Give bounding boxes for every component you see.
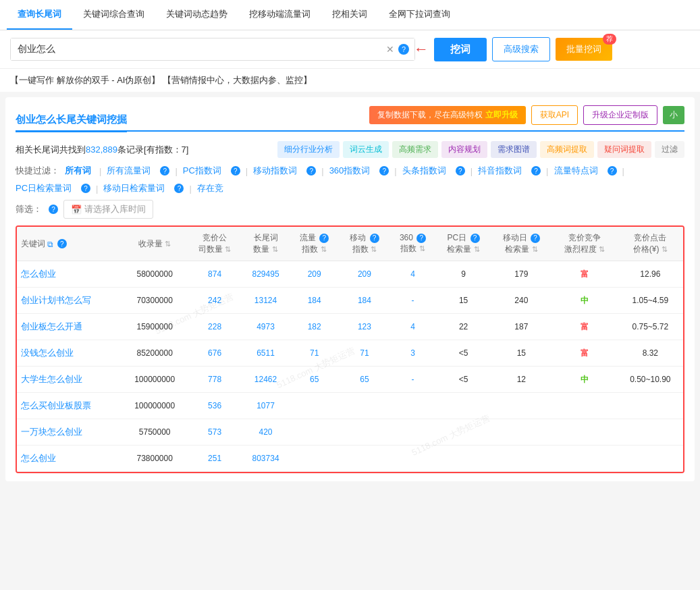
flow-link[interactable]: 71 — [310, 348, 319, 358]
flow-sort-icon[interactable]: ⇅ — [321, 245, 327, 253]
word-cloud-btn[interactable]: 词云生成 — [343, 141, 389, 158]
price-sort-icon[interactable]: ⇅ — [662, 245, 668, 253]
bid-sort-icon[interactable]: ⇅ — [225, 245, 231, 253]
mobile-link[interactable]: 65 — [360, 375, 369, 384]
filter-traffic-special[interactable]: 流量特点词 — [554, 165, 598, 177]
mobiledaily-help-icon[interactable]: ? — [531, 234, 540, 243]
flow-link[interactable]: 209 — [308, 269, 321, 279]
longtail-count-link[interactable]: 829495 — [252, 269, 279, 279]
keyword-link[interactable]: 一万块怎么创业 — [21, 427, 82, 437]
s360-link[interactable]: 4 — [410, 322, 415, 331]
tab-pulldown-query[interactable]: 全网下拉词查询 — [378, 0, 461, 30]
keyword-link[interactable]: 怎么创业 — [21, 269, 56, 279]
filter-all-traffic[interactable]: 所有流量词 — [107, 165, 151, 177]
promo-link-2[interactable]: 【营销情报中心，大数据内参、监控】 — [163, 75, 312, 85]
tab-mobile-traffic[interactable]: 挖移动端流量词 — [238, 0, 321, 30]
bid-count-link[interactable]: 228 — [208, 322, 221, 331]
filter-traffic-help[interactable]: ? — [160, 166, 169, 176]
filter-mobile-help[interactable]: ? — [306, 166, 316, 176]
keyword-link[interactable]: 大学生怎么创业 — [21, 374, 82, 384]
mobiledaily-sort-icon[interactable]: ⇅ — [532, 245, 538, 253]
keyword-link[interactable]: 创业板怎么开通 — [21, 321, 82, 331]
flow-link[interactable]: 65 — [310, 375, 319, 384]
longtail-sort-icon[interactable]: ⇅ — [272, 245, 278, 253]
copy-data-button[interactable]: 复制数据下载，尽在高级特权 立即升级 — [369, 106, 525, 124]
content-plan-btn[interactable]: 内容规划 — [441, 141, 487, 158]
batch-dig-button[interactable]: 批量挖词 荐 — [556, 38, 612, 61]
demand-map-btn[interactable]: 需求图谱 — [491, 141, 537, 158]
flow-help-icon[interactable]: ? — [319, 234, 329, 243]
filter-360-help[interactable]: ? — [379, 166, 389, 176]
bid-count-link[interactable]: 536 — [208, 401, 221, 410]
longtail-count-link[interactable]: 420 — [259, 427, 273, 437]
promo-link-1[interactable]: 【一键写作 解放你的双手 - AI伪原创】 — [10, 75, 160, 85]
longtail-count-link[interactable]: 4973 — [257, 322, 275, 331]
s360-link[interactable]: 4 — [410, 269, 415, 279]
mobile-sort-icon[interactable]: ⇅ — [371, 245, 377, 253]
tab-keyword-trend[interactable]: 关键词动态趋势 — [155, 0, 238, 30]
question-extract-btn[interactable]: 疑问词提取 — [597, 141, 651, 158]
s360-link[interactable]: - — [412, 375, 414, 384]
filter-mobile-daily[interactable]: 移动日检索量词 — [103, 182, 165, 194]
bid-count-link[interactable]: 242 — [208, 296, 221, 305]
pcdaily-help-icon[interactable]: ? — [470, 234, 480, 243]
search-help-icon[interactable]: ? — [398, 44, 409, 55]
filter-pc-index[interactable]: PC指数词 — [183, 165, 221, 177]
screen-help-icon[interactable]: ? — [49, 205, 58, 214]
filter-competition[interactable]: 存在竞 — [197, 182, 223, 194]
high-freq-demand-btn[interactable]: 高频需求 — [392, 141, 438, 158]
filter-douyin-index[interactable]: 抖音指数词 — [478, 165, 522, 177]
enterprise-button[interactable]: 升级企业定制版 — [583, 105, 657, 125]
mobile-link[interactable]: 184 — [358, 296, 371, 305]
filter-pc-daily-help[interactable]: ? — [81, 184, 90, 193]
longtail-count-link[interactable]: 13124 — [254, 296, 277, 305]
tab-query-longtail[interactable]: 查询长尾词 — [7, 0, 72, 30]
mobile-link[interactable]: 71 — [360, 348, 369, 358]
tab-related-words[interactable]: 挖相关词 — [321, 0, 378, 30]
s360-link[interactable]: 3 — [410, 348, 415, 358]
get-api-button[interactable]: 获取API — [531, 105, 578, 125]
flow-link[interactable]: 182 — [308, 322, 321, 331]
bid-count-link[interactable]: 778 — [208, 375, 221, 384]
s360-sort-icon[interactable]: ⇅ — [419, 244, 425, 252]
bid-count-link[interactable]: 251 — [208, 454, 221, 463]
bid-count-link[interactable]: 874 — [208, 269, 221, 279]
keyword-link[interactable]: 创业计划书怎么写 — [21, 295, 91, 305]
clear-icon[interactable]: ✕ — [386, 44, 394, 55]
filter-pc-help[interactable]: ? — [231, 166, 240, 176]
pcdaily-sort-icon[interactable]: ⇅ — [474, 245, 480, 253]
filter-360-index[interactable]: 360指数词 — [329, 165, 371, 177]
bid-count-link[interactable]: 676 — [208, 348, 221, 358]
filter-douyin-help[interactable]: ? — [531, 166, 541, 176]
longtail-count-link[interactable]: 803734 — [252, 454, 279, 463]
filter-btn[interactable]: 过滤 — [655, 141, 684, 158]
bid-count-link[interactable]: 573 — [208, 427, 221, 437]
keyword-link[interactable]: 没钱怎么创业 — [21, 348, 74, 358]
s360-link[interactable]: - — [412, 296, 414, 305]
filter-all[interactable]: 所有词 — [65, 165, 91, 177]
competition-sort-icon[interactable]: ⇅ — [599, 245, 605, 253]
filter-mobile-daily-help[interactable]: ? — [174, 184, 184, 193]
copy-icon[interactable]: ⧉ — [47, 239, 53, 248]
flow-link[interactable]: 184 — [308, 296, 321, 305]
mobile-link[interactable]: 123 — [358, 322, 371, 331]
longtail-count-link[interactable]: 1077 — [257, 401, 275, 410]
industry-analysis-btn[interactable]: 细分行业分析 — [277, 141, 340, 158]
longtail-count-link[interactable]: 6511 — [257, 348, 275, 358]
s360-help-icon[interactable]: ? — [416, 234, 426, 243]
advanced-search-button[interactable]: 高级搜索 — [492, 37, 550, 61]
longtail-count-link[interactable]: 12462 — [254, 375, 277, 384]
date-picker[interactable]: 📅 请选择入库时间 — [63, 200, 153, 219]
mobile-help-icon[interactable]: ? — [370, 234, 379, 243]
filter-traffic-sp-help[interactable]: ? — [608, 166, 617, 176]
kw-help-icon[interactable]: ? — [57, 239, 67, 248]
keyword-link[interactable]: 怎么买创业板股票 — [21, 400, 91, 410]
high-freq-extract-btn[interactable]: 高频词提取 — [540, 141, 594, 158]
tab-keyword-comprehensive[interactable]: 关键词综合查询 — [72, 0, 155, 30]
small-button[interactable]: 小 — [663, 106, 684, 124]
keyword-link[interactable]: 怎么创业 — [21, 453, 56, 463]
count-sort-icon[interactable]: ⇅ — [165, 240, 171, 248]
mobile-link[interactable]: 209 — [358, 269, 371, 279]
stats-count-link[interactable]: 832,889 — [86, 144, 117, 155]
filter-pc-daily[interactable]: PC日检索量词 — [16, 182, 72, 194]
